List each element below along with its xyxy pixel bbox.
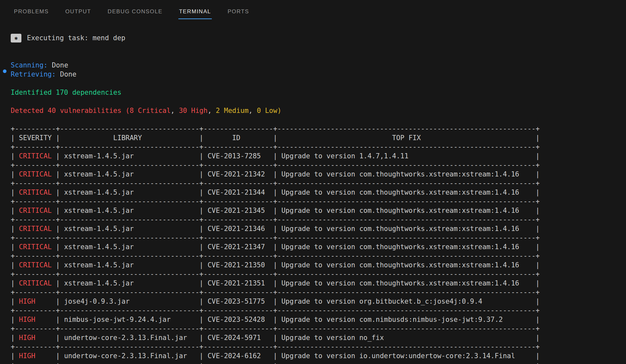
severity-cell: CRITICAL [15,170,56,178]
table-row: | CRITICAL | xstream-1.4.5.jar | CVE-202… [11,224,626,233]
scanning-label: Scanning: [11,61,48,69]
command-decoration-dot[interactable] [3,69,6,73]
table-border: +----------+----------------------------… [11,324,626,333]
table-border: +----------+----------------------------… [11,342,626,351]
detected-line: Detected 40 vulnerabilities (8 Critical,… [11,106,626,115]
detected-segment: , [208,107,216,115]
table-border: +----------+----------------------------… [11,179,626,188]
table-row: | CRITICAL | xstream-1.4.5.jar | CVE-202… [11,242,626,251]
table-row: | HIGH | jose4j-0.9.3.jar | CVE-2023-517… [11,297,626,306]
table-row: | CRITICAL | xstream-1.4.5.jar | CVE-201… [11,152,626,161]
table-row: | CRITICAL | xstream-1.4.5.jar | CVE-202… [11,188,626,197]
severity-cell: CRITICAL [15,225,56,233]
table-border: +----------+----------------------------… [11,215,626,224]
detected-segment: 2 Medium [216,107,248,115]
task-text: Executing task: mend dep [27,33,125,42]
tab-ports[interactable]: PORTS [227,0,250,19]
detected-segment: 8 Critical [130,107,171,115]
tab-problems[interactable]: PROBLEMS [13,0,49,19]
table-border: +----------+----------------------------… [11,288,626,297]
table-border: +----------+----------------------------… [11,360,626,364]
severity-cell: HIGH [15,334,56,342]
table-border: +----------+----------------------------… [11,270,626,279]
severity-cell: CRITICAL [15,261,56,269]
retrieving-label: Retrieving: [11,70,56,78]
table-border: +----------+----------------------------… [11,233,626,242]
table-row: | HIGH | undertow-core-2.3.13.Final.jar … [11,333,626,342]
spacer [11,97,626,106]
detected-segment: , [248,107,257,115]
severity-cell: HIGH [15,297,56,305]
detected-segment: 0 Low [257,107,277,115]
terminal-output[interactable]: ✱ Executing task: mend dep Scanning:Done… [0,33,626,364]
table-row: | HIGH | nimbus-jose-jwt-9.24.4.jar | CV… [11,315,626,324]
severity-cell: HIGH [15,352,56,360]
severity-cell: CRITICAL [15,152,56,160]
scanning-line: Scanning:Done [11,61,626,70]
table-row: | CRITICAL | xstream-1.4.5.jar | CVE-202… [11,206,626,215]
detected-segment: , [171,107,179,115]
detected-segment: ) [277,107,282,115]
task-asterisk-icon: ✱ [11,34,21,42]
severity-cell: CRITICAL [15,188,56,196]
spacer [11,79,626,88]
retrieving-value: Done [56,70,77,78]
scanning-value: Done [48,61,68,69]
tab-debug-console[interactable]: DEBUG CONSOLE [107,0,163,19]
table-border: +----------+----------------------------… [11,161,626,170]
detected-segment: Detected 40 vulnerabilities ( [11,107,130,115]
severity-cell: HIGH [15,316,56,323]
table-row: | CRITICAL | xstream-1.4.5.jar | CVE-202… [11,279,626,288]
table-border: +----------+----------------------------… [11,142,626,152]
severity-cell: CRITICAL [15,243,56,251]
panel-tabbar: PROBLEMS OUTPUT DEBUG CONSOLE TERMINAL P… [0,0,626,23]
spacer [11,115,626,124]
retrieving-line: Retrieving:Done [11,70,626,79]
table-header: | SEVERITY | LIBRARY | ID | TOP FIX | [11,133,626,142]
table-row: | CRITICAL | xstream-1.4.5.jar | CVE-202… [11,170,626,179]
severity-cell: CRITICAL [15,207,56,214]
table-row: | HIGH | undertow-core-2.3.13.Final.jar … [11,351,626,360]
severity-cell: CRITICAL [15,279,56,287]
table-border: +----------+----------------------------… [11,306,626,315]
detected-segment: 30 High [179,107,208,115]
table-row: | CRITICAL | xstream-1.4.5.jar | CVE-202… [11,261,626,270]
spacer [11,42,626,61]
identified-line: Identified 170 dependencies [11,88,626,97]
tab-terminal[interactable]: TERMINAL [178,0,212,19]
table-border: +----------+----------------------------… [11,197,626,206]
table-border: +----------+----------------------------… [11,124,626,133]
tab-output[interactable]: OUTPUT [65,0,91,19]
table-border: +----------+----------------------------… [11,251,626,261]
task-line: ✱ Executing task: mend dep [11,33,626,42]
vuln-table: +----------+----------------------------… [11,124,626,364]
